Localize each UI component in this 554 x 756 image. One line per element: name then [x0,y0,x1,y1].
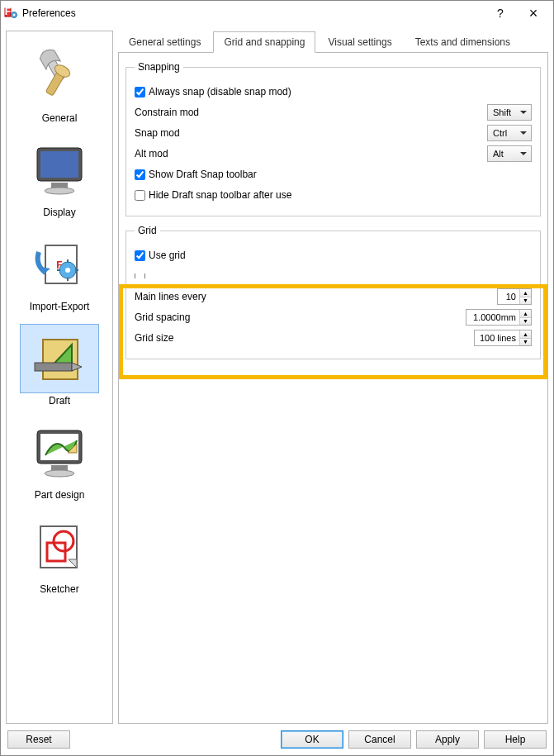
tab-grid-and-snapping[interactable]: Grid and snapping [213,31,315,53]
sidebar-label: Draft [49,395,70,407]
sidebar-item-display[interactable]: Display [10,131,109,221]
snap-mod-dropdown[interactable]: Ctrl [487,125,532,141]
show-toolbar-input[interactable] [135,169,145,180]
titlebar: F Preferences ? × [1,1,553,26]
general-icon [20,41,99,111]
tab-bar: General settings Grid and snapping Visua… [118,31,548,53]
svg-rect-9 [51,183,68,188]
snapping-group: Snapping Always snap (disable snap mod) … [125,61,541,216]
sidebar-label: Import-Export [30,301,90,312]
constrain-mod-dropdown[interactable]: Shift [487,104,532,121]
tab-general-settings[interactable]: General settings [118,31,211,53]
spinner-buttons[interactable]: ▲▼ [519,310,531,325]
tab-visual-settings[interactable]: Visual settings [317,31,402,53]
use-grid-input[interactable] [135,250,145,261]
constrain-mod-label: Constrain mod [135,107,199,118]
sidebar-item-sketcher[interactable]: Sketcher [10,507,109,598]
svg-rect-27 [51,465,68,470]
up-icon[interactable]: ▲ [520,330,531,339]
main-lines-input[interactable] [498,289,519,304]
snap-mod-label: Snap mod [135,127,180,139]
spinner-buttons[interactable]: ▲▼ [519,330,531,345]
svg-point-10 [45,188,74,194]
sidebar-item-general[interactable]: General [10,36,109,127]
sidebar-item-draft[interactable]: Draft [10,319,109,410]
up-icon[interactable]: ▲ [520,310,531,318]
alt-mod-label: Alt mod [135,148,168,159]
main-lines-spinner[interactable]: ▲▼ [497,288,532,305]
grid-group: Grid Use grid Main lines every ▲▼ Grid s… [125,225,541,359]
grid-legend: Grid [135,225,160,236]
footer: Reset OK Cancel Apply Help [1,724,553,755]
svg-point-3 [13,14,15,16]
hidden-checkbox-partial[interactable] [135,273,145,278]
svg-rect-8 [40,151,78,178]
apply-button[interactable]: Apply [416,730,479,749]
window-title: Preferences [22,7,484,19]
close-button[interactable]: × [517,2,550,25]
draft-icon [20,324,99,393]
always-snap-input[interactable] [135,87,145,97]
always-snap-checkbox[interactable]: Always snap (disable snap mod) [135,86,291,97]
import-export-icon: F [20,230,99,299]
svg-point-15 [65,268,70,273]
sidebar: General Display F [6,31,113,724]
spinner-buttons[interactable]: ▲▼ [519,289,531,304]
grid-size-spinner[interactable]: ▲▼ [474,330,532,346]
hide-after-use-input[interactable] [135,190,145,201]
main-lines-label: Main lines every [135,291,206,302]
hide-after-use-checkbox[interactable]: Hide Draft snap toolbar after use [135,189,291,201]
cancel-button[interactable]: Cancel [348,730,411,749]
svg-point-28 [45,470,74,477]
svg-rect-22 [35,363,72,371]
sidebar-label: Display [43,207,75,218]
svg-text:F: F [5,7,11,17]
sidebar-label: Part design [35,489,85,501]
sidebar-label: General [42,112,78,124]
use-grid-checkbox[interactable]: Use grid [135,250,186,261]
sketcher-icon [20,512,99,582]
reset-button[interactable]: Reset [7,730,70,749]
ok-button[interactable]: OK [281,730,343,749]
display-icon [20,136,99,205]
grid-spacing-input[interactable] [466,310,519,325]
part-design-icon [20,418,99,487]
grid-spacing-spinner[interactable]: ▲▼ [466,309,532,326]
snapping-legend: Snapping [135,61,183,73]
tab-pane: Snapping Always snap (disable snap mod) … [118,53,548,724]
sidebar-item-part-design[interactable]: Part design [10,413,109,504]
help-button[interactable]: Help [484,730,547,749]
app-icon: F [4,7,17,20]
tab-texts-and-dimensions[interactable]: Texts and dimensions [405,31,521,53]
help-button[interactable]: ? [484,2,517,25]
up-icon[interactable]: ▲ [520,289,531,297]
grid-size-input[interactable] [475,330,519,345]
grid-size-label: Grid size [135,332,173,344]
down-icon[interactable]: ▼ [520,318,531,326]
grid-spacing-label: Grid spacing [135,311,190,323]
alt-mod-dropdown[interactable]: Alt [487,145,532,162]
sidebar-label: Sketcher [40,583,78,595]
sidebar-item-import-export[interactable]: F Import-Export [10,225,109,316]
down-icon[interactable]: ▼ [520,297,531,305]
main-panel: General settings Grid and snapping Visua… [118,31,548,724]
show-toolbar-checkbox[interactable]: Show Draft Snap toolbar [135,169,257,180]
down-icon[interactable]: ▼ [520,339,531,346]
